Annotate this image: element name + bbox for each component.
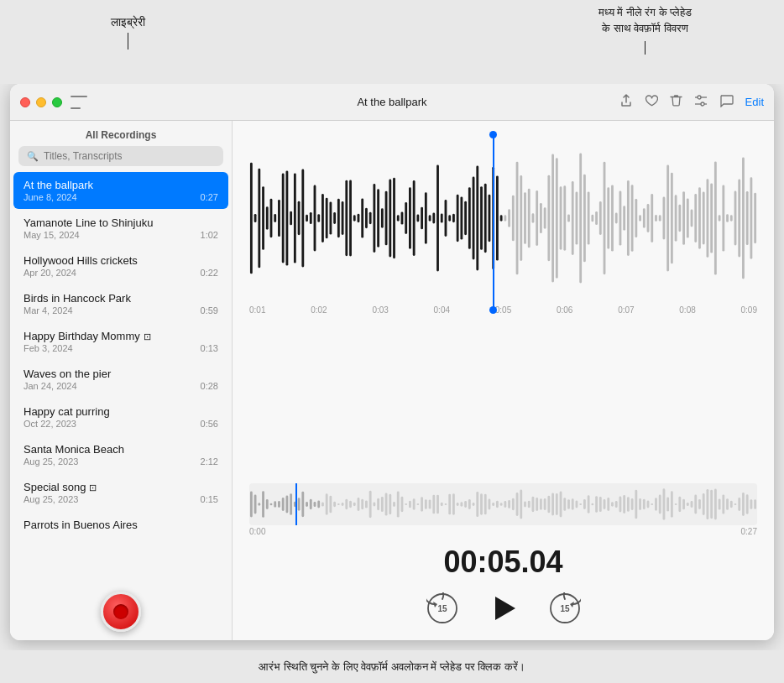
svg-rect-106 [655,215,657,222]
recording-item[interactable]: Birds in Hancock Park Mar 4, 2024 0:59 [13,285,228,322]
record-button[interactable] [101,592,141,632]
skip-back-button[interactable]: 15 [426,592,458,624]
svg-rect-127 [738,180,740,258]
svg-rect-252 [726,498,729,510]
recording-item[interactable]: Parrots in Buenos Aires [13,512,228,539]
waveform-svg [249,134,757,302]
svg-rect-13 [285,170,288,265]
minimize-button[interactable] [36,97,46,107]
svg-rect-22 [321,194,324,242]
library-annotation: लाइब्रेरी [111,15,145,50]
search-input[interactable] [44,150,215,162]
svg-rect-101 [635,199,637,237]
svg-rect-236 [663,489,666,520]
recording-item[interactable]: Happy cat purring Oct 22, 2023 0:56 [13,399,228,435]
svg-rect-129 [746,191,749,245]
svg-rect-8 [266,206,269,229]
svg-rect-163 [373,503,375,507]
recording-item[interactable]: Happy Birthday Mommy⊡ Feb 3, 2024 0:13 [13,323,228,360]
svg-rect-212 [567,499,570,509]
svg-rect-96 [615,213,618,224]
playhead-line [493,134,494,310]
svg-rect-195 [500,503,503,506]
recording-meta: May 15, 2024 1:02 [24,230,218,240]
waveform-canvas[interactable] [249,134,757,302]
svg-rect-103 [643,208,645,228]
svg-rect-79 [547,175,550,261]
svg-rect-182 [448,494,451,515]
svg-rect-118 [703,192,705,245]
svg-rect-102 [639,215,641,222]
svg-rect-93 [604,162,606,274]
svg-rect-186 [464,501,467,508]
svg-rect-119 [707,179,709,258]
overview-wrapper[interactable] [249,483,757,525]
sliders-icon[interactable] [694,95,708,109]
recording-item[interactable]: Hollywood Hills crickets Apr 20, 2024 0:… [13,248,228,284]
svg-rect-60 [473,177,475,260]
recording-item[interactable]: At the ballpark June 8, 2024 0:27 [13,172,228,209]
sidebar-toggle-button[interactable] [71,96,87,109]
svg-rect-6 [258,169,260,269]
annotation-top: लाइब्रेरी मध्य में नीले रंग के प्लेहेडके… [0,0,784,84]
svg-rect-235 [659,495,661,514]
bubble-icon[interactable] [719,94,734,110]
svg-rect-234 [655,498,657,511]
svg-rect-110 [671,173,673,264]
traffic-lights [20,97,62,107]
time-labels: 0:010:020:030:040:050:060:070:080:09 [249,302,757,318]
svg-rect-165 [381,497,384,512]
close-button[interactable] [20,97,30,107]
svg-rect-87 [579,153,582,283]
recording-item[interactable]: Waves on the pier Jan 24, 2024 0:28 [13,361,228,398]
svg-rect-104 [647,204,650,232]
edit-button[interactable]: Edit [745,96,764,108]
waveform-annotation: मध्य में नीले रंग के प्लेहेडके साथ वेवफ़… [598,5,692,55]
svg-rect-219 [595,496,598,513]
svg-rect-248 [710,490,713,519]
main-waveform-area[interactable]: 0:010:020:030:040:050:060:070:080:09 [233,121,774,477]
recording-item[interactable]: Special song⊡ Aug 25, 2023 0:15 [13,474,228,511]
svg-rect-135 [262,491,264,518]
share-icon[interactable] [619,94,633,110]
svg-rect-183 [452,493,455,514]
svg-rect-193 [492,503,494,506]
svg-rect-154 [337,503,340,505]
recording-title: Santa Monica Beach [24,443,218,456]
svg-rect-255 [738,498,740,511]
svg-rect-68 [504,215,506,222]
maximize-button[interactable] [52,97,62,107]
search-bar[interactable]: 🔍 [18,146,223,166]
playback-controls: 15 15 [233,583,774,640]
heart-icon[interactable] [645,94,658,110]
svg-rect-184 [457,503,459,506]
svg-rect-170 [401,497,404,512]
recording-meta: Aug 25, 2023 2:12 [24,456,218,467]
play-button[interactable] [485,590,522,627]
recording-item[interactable]: Santa Monica Beach Aug 25, 2023 2:12 [13,436,228,473]
overview-svg [249,483,757,525]
svg-rect-92 [599,201,602,235]
svg-rect-83 [563,185,566,251]
svg-rect-10 [274,214,276,222]
svg-rect-97 [619,190,622,245]
skip-forward-button[interactable]: 15 [549,592,581,624]
trash-icon[interactable] [670,94,682,110]
recording-date: May 15, 2024 [24,230,80,240]
recording-meta: Jan 24, 2024 0:28 [24,381,218,391]
svg-rect-153 [333,502,336,508]
svg-rect-12 [282,173,285,263]
svg-rect-141 [285,496,288,514]
recording-item[interactable]: Yamanote Line to Shinjuku May 15, 2024 1… [13,210,228,247]
svg-rect-225 [619,497,622,513]
svg-rect-52 [441,213,443,222]
svg-rect-190 [480,493,483,514]
svg-rect-11 [278,200,280,237]
svg-rect-69 [508,209,510,227]
svg-rect-109 [666,165,669,272]
svg-rect-240 [678,497,681,512]
svg-rect-130 [750,177,752,258]
svg-rect-231 [643,499,645,509]
svg-rect-180 [441,503,443,506]
svg-rect-256 [742,493,745,516]
